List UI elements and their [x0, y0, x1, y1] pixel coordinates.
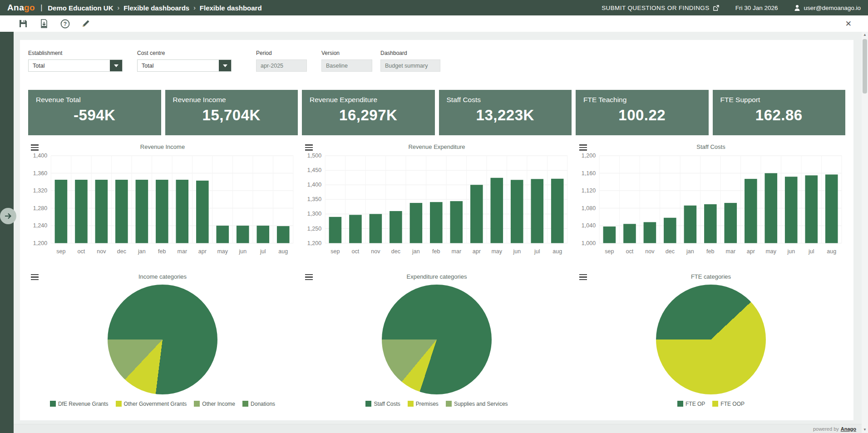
kpi-value: 162.86: [720, 107, 838, 124]
bar-chart-canvas[interactable]: 1,0001,0401,0801,1201,1601,200sepoctnovd…: [577, 151, 845, 262]
bar[interactable]: [684, 206, 697, 243]
edit-icon[interactable]: [81, 19, 91, 29]
expand-sidebar-button[interactable]: [0, 208, 16, 224]
bar[interactable]: [115, 180, 128, 243]
kpi-value: 15,704K: [173, 107, 291, 124]
scroll-up-arrow[interactable]: ▲: [862, 32, 868, 38]
legend-item[interactable]: Supplies and Services: [446, 401, 508, 407]
chart-menu-icon[interactable]: [31, 274, 39, 282]
bar[interactable]: [95, 180, 108, 243]
help-icon[interactable]: ?: [60, 19, 70, 29]
x-tick-label: nov: [371, 248, 380, 255]
pie-chart-canvas[interactable]: [108, 285, 217, 394]
chevron-down-icon[interactable]: [110, 60, 122, 71]
bar[interactable]: [256, 226, 269, 243]
bar[interactable]: [785, 177, 798, 243]
legend-item[interactable]: FTE OP: [677, 401, 705, 407]
legend-item[interactable]: Other Government Grants: [116, 401, 187, 407]
bar-chart-canvas[interactable]: 1,2001,2401,2801,3201,3601,400sepoctnovd…: [28, 151, 297, 262]
bar[interactable]: [370, 214, 382, 243]
establishment-dropdown[interactable]: Total: [28, 59, 123, 72]
kpi-revenue-income: Revenue Income 15,704K: [165, 90, 298, 135]
bar[interactable]: [603, 226, 616, 243]
legend-item[interactable]: Donations: [242, 401, 275, 407]
legend-swatch-icon: [116, 401, 122, 407]
legend-item[interactable]: DfE Revenue Grants: [50, 401, 108, 407]
bar[interactable]: [805, 175, 818, 243]
kpi-revenue-total: Revenue Total -594K: [28, 90, 161, 135]
scrollbar-thumb[interactable]: [863, 39, 867, 93]
bar[interactable]: [825, 174, 838, 243]
bar[interactable]: [490, 178, 503, 243]
bar[interactable]: [724, 203, 737, 243]
bar[interactable]: [745, 179, 757, 243]
legend-item[interactable]: Other Income: [194, 401, 235, 407]
bar-chart[interactable]: 1,2001,2501,3001,3501,4001,4501,500sepoc…: [302, 151, 571, 262]
bar[interactable]: [55, 180, 68, 243]
kpi-label: Staff Costs: [447, 96, 564, 104]
x-tick-label: sep: [330, 248, 340, 255]
bar[interactable]: [644, 222, 656, 243]
legend-label: Staff Costs: [374, 401, 400, 407]
bar[interactable]: [277, 226, 290, 243]
anago-logo[interactable]: Anago: [7, 3, 35, 13]
anago-footer-link[interactable]: Anago: [841, 426, 856, 432]
bar[interactable]: [764, 173, 777, 243]
chart-title: FTE categories: [691, 273, 731, 280]
breadcrumb-item-section[interactable]: Flexible dashboards: [123, 4, 189, 12]
bar-chart[interactable]: 1,0001,0401,0801,1201,1601,200sepoctnovd…: [577, 151, 845, 262]
chevron-down-icon[interactable]: [219, 60, 231, 71]
breadcrumb-separator: ›: [193, 4, 196, 11]
submit-questions-link[interactable]: SUBMIT QUESTIONS OR FINDINGS: [602, 5, 719, 11]
chart-menu-icon[interactable]: [579, 144, 587, 152]
chart-menu-icon[interactable]: [31, 144, 39, 152]
bar[interactable]: [623, 224, 636, 243]
bar[interactable]: [664, 218, 676, 243]
user-menu[interactable]: user@demoanago.io: [794, 5, 861, 11]
bar[interactable]: [410, 203, 423, 243]
bar[interactable]: [176, 180, 188, 243]
scroll-down-arrow[interactable]: ▼: [862, 427, 868, 433]
save-icon[interactable]: [18, 19, 28, 29]
bar[interactable]: [511, 180, 523, 243]
chart-menu-icon[interactable]: [305, 144, 313, 152]
bar-chart[interactable]: 1,2001,2401,2801,3201,3601,400sepoctnovd…: [28, 151, 297, 262]
bar[interactable]: [450, 201, 463, 243]
bar[interactable]: [470, 185, 483, 243]
bar[interactable]: [704, 204, 717, 243]
chart-menu-icon[interactable]: [579, 274, 587, 282]
chart-fte-categories: FTE categories FTE OPFTE OOP: [577, 272, 845, 407]
legend-swatch-icon: [194, 401, 200, 407]
vertical-scrollbar[interactable]: ▲ ▼: [862, 32, 868, 433]
pie-chart-canvas[interactable]: [382, 285, 492, 394]
svg-text:1,040: 1,040: [582, 222, 596, 229]
bar[interactable]: [75, 180, 88, 243]
version-field: Baseline: [321, 59, 372, 72]
chart-menu-icon[interactable]: [305, 274, 313, 282]
legend-item[interactable]: FTE OOP: [712, 401, 745, 407]
legend-item[interactable]: Staff Costs: [365, 401, 400, 407]
bar[interactable]: [237, 226, 249, 243]
close-icon[interactable]: ✕: [845, 20, 852, 28]
bar[interactable]: [531, 179, 543, 243]
export-icon[interactable]: [39, 19, 49, 29]
bar[interactable]: [196, 181, 209, 243]
bar[interactable]: [390, 211, 402, 243]
pie-chart-canvas[interactable]: [656, 285, 766, 394]
bar[interactable]: [551, 179, 564, 243]
bar[interactable]: [216, 226, 229, 243]
kpi-label: Revenue Expenditure: [310, 96, 427, 104]
legend-label: Donations: [251, 401, 275, 407]
kpi-value: -594K: [36, 107, 153, 124]
bar[interactable]: [329, 217, 342, 243]
cost-centre-dropdown[interactable]: Total: [137, 59, 232, 72]
bar[interactable]: [156, 180, 168, 243]
bar[interactable]: [136, 180, 148, 243]
bar[interactable]: [349, 215, 362, 243]
bar-chart-canvas[interactable]: 1,2001,2501,3001,3501,4001,4501,500sepoc…: [302, 151, 571, 262]
breadcrumb-item-page[interactable]: Flexible dashboard: [200, 4, 262, 12]
legend-item[interactable]: Premises: [408, 401, 439, 407]
bar[interactable]: [430, 202, 443, 243]
x-tick-label: sep: [605, 248, 614, 255]
breadcrumb-item-client[interactable]: Demo Education UK: [48, 4, 113, 12]
